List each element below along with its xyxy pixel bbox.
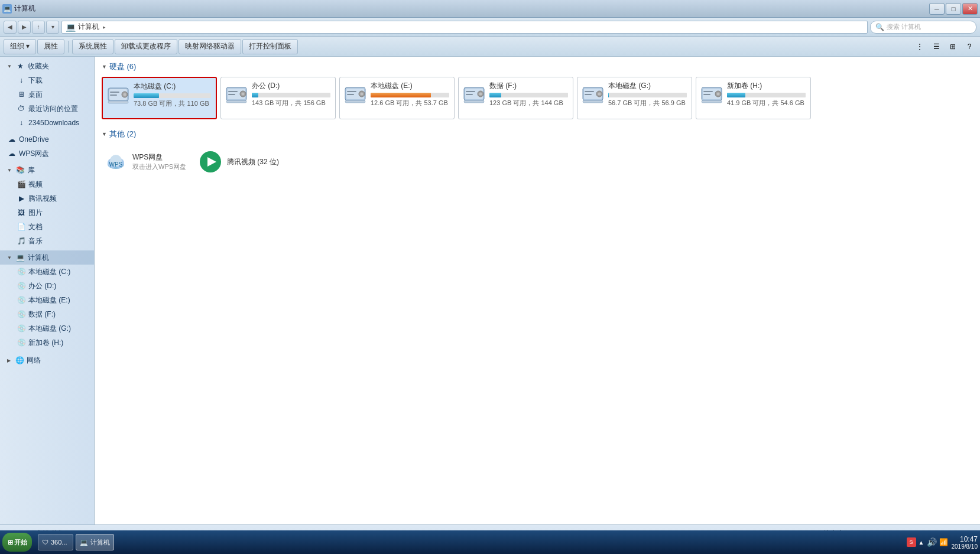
sidebar-drive-f[interactable]: 💿 数据 (F:) — [0, 307, 94, 321]
sidebar-item-network[interactable]: ▶ 🌐 网络 — [0, 353, 94, 367]
search-field[interactable]: 🔍 搜索 计算机 — [870, 21, 976, 34]
drive-top: 新加卷 (H:) 41.9 GB 可用，共 54.6 GB — [701, 81, 806, 107]
other-icon — [199, 150, 222, 174]
tencent-video-label: 腾讯视频 — [28, 194, 57, 204]
sidebar-item-video[interactable]: 🎬 视频 — [0, 177, 94, 191]
app-360-icon: 🛡 — [42, 539, 48, 546]
minimize-button[interactable]: ─ — [929, 3, 945, 15]
taskbar-app-computer[interactable]: 💻 计算机 — [76, 534, 114, 550]
svg-point-38 — [717, 92, 720, 95]
taskbar-app-360[interactable]: 🛡 360... — [38, 534, 73, 550]
view-grid-button[interactable]: ⊞ — [946, 40, 960, 53]
address-field[interactable]: 💻 计算机 ▸ — [61, 21, 868, 34]
forward-button[interactable]: ▶ — [18, 21, 31, 34]
pictures-label: 图片 — [28, 208, 43, 218]
sidebar-drive-h[interactable]: 💿 新加卷 (H:) — [0, 335, 94, 350]
recent-label: 最近访问的位置 — [28, 104, 78, 114]
sidebar-item-2345downloads[interactable]: ↓ 2345Downloads — [0, 116, 94, 130]
other-info: WPS网盘 双击进入WPS网盘 — [132, 152, 188, 171]
sidebar-item-documents[interactable]: 📄 文档 — [0, 220, 94, 234]
address-bar: ◀ ▶ ↑ ▾ 💻 计算机 ▸ 🔍 搜索 计算机 — [0, 18, 980, 37]
drive-name: 本地磁盘 (E:) — [371, 81, 449, 91]
sidebar-item-music[interactable]: 🎵 音乐 — [0, 234, 94, 248]
clock[interactable]: 10:47 2019/8/10 — [952, 535, 978, 550]
other-name: 腾讯视频 (32 位) — [227, 157, 283, 167]
control-panel-button[interactable]: 打开控制面板 — [242, 39, 298, 54]
drive-top: 办公 (D:) 143 GB 可用，共 156 GB — [226, 81, 330, 107]
section-triangle: ▼ — [102, 64, 107, 70]
documents-icon: 📄 — [17, 222, 26, 232]
other-item-0[interactable]: WPS WPS网盘 双击进入WPS网盘 — [102, 144, 190, 180]
view-list-button[interactable]: ☰ — [929, 40, 943, 53]
tray-up-arrow[interactable]: ▲ — [919, 539, 924, 546]
expand-icon: ▼ — [7, 64, 12, 69]
start-icon: ⊞ — [8, 539, 13, 546]
svg-rect-25 — [466, 91, 475, 92]
favorites-icon: ★ — [16, 61, 25, 71]
other-icon: WPS — [104, 150, 128, 174]
drive-e-label: 本地磁盘 (E:) — [28, 295, 70, 305]
sidebar-item-tencent-video[interactable]: ▶ 腾讯视频 — [0, 191, 94, 206]
sidebar-item-library[interactable]: ▼ 📚 库 — [0, 163, 94, 177]
map-drive-button[interactable]: 映射网络驱动器 — [179, 39, 241, 54]
taskbar-right: S ▲ 🔊 📶 10:47 2019/8/10 — [907, 535, 978, 550]
sidebar-drive-d[interactable]: 💿 办公 (D:) — [0, 279, 94, 293]
title-bar: 💻 计算机 ─ □ ✕ — [0, 0, 980, 18]
sidebar: ▼ ★ 收藏夹 ↓ 下载 🖥 桌面 ⏱ 最近访问的位置 ↓ 2345Downlo… — [0, 57, 95, 524]
window-title: 计算机 — [14, 4, 35, 14]
help-button[interactable]: ? — [962, 40, 976, 53]
documents-label: 文档 — [28, 222, 43, 232]
tray-icon-s[interactable]: S — [907, 537, 916, 547]
sidebar-item-desktop[interactable]: 🖥 桌面 — [0, 87, 94, 102]
system-properties-button[interactable]: 系统属性 — [72, 39, 113, 54]
drive-item-3[interactable]: 数据 (F:) 123 GB 可用，共 144 GB — [458, 77, 573, 119]
drive-f-icon: 💿 — [17, 309, 26, 319]
drive-info: 数据 (F:) 123 GB 可用，共 144 GB — [489, 81, 568, 107]
drive-item-1[interactable]: 办公 (D:) 143 GB 可用，共 156 GB — [220, 77, 336, 119]
up-button[interactable]: ↑ — [32, 21, 45, 34]
sidebar-item-computer[interactable]: ▼ 💻 计算机 — [0, 250, 94, 265]
computer-sidebar-icon: 💻 — [16, 253, 25, 262]
drive-g-icon: 💿 — [17, 324, 26, 333]
start-button[interactable]: ⊞ 开始 — [2, 533, 32, 552]
drive-bar — [608, 93, 609, 97]
svg-point-3 — [124, 93, 126, 96]
drive-item-2[interactable]: 本地磁盘 (E:) 12.6 GB 可用，共 53.7 GB — [339, 77, 455, 119]
sidebar-item-favorites[interactable]: ▼ ★ 收藏夹 — [0, 59, 94, 73]
drive-bar — [134, 93, 159, 98]
other-item-1[interactable]: 腾讯视频 (32 位) — [196, 144, 285, 180]
drive-bar-container — [608, 93, 687, 97]
svg-rect-34 — [583, 100, 603, 103]
sidebar-item-onedrive[interactable]: ☁ OneDrive — [0, 132, 94, 146]
system-tray: S ▲ 🔊 📶 — [907, 537, 948, 547]
back-button[interactable]: ◀ — [4, 21, 17, 34]
drive-item-5[interactable]: 新加卷 (H:) 41.9 GB 可用，共 54.6 GB — [696, 77, 811, 119]
sidebar-drive-g[interactable]: 💿 本地磁盘 (G:) — [0, 321, 94, 335]
svg-rect-33 — [585, 94, 592, 95]
main-layout: ▼ ★ 收藏夹 ↓ 下载 🖥 桌面 ⏱ 最近访问的位置 ↓ 2345Downlo… — [0, 57, 980, 524]
drive-name: 办公 (D:) — [252, 81, 330, 91]
drive-bar-container — [134, 93, 211, 98]
sidebar-item-recent[interactable]: ⏱ 最近访问的位置 — [0, 102, 94, 116]
expand-icon: ▶ — [7, 358, 11, 363]
maximize-button[interactable]: □ — [946, 3, 961, 15]
drive-item-4[interactable]: 本地磁盘 (G:) 56.7 GB 可用，共 56.9 GB — [577, 77, 692, 119]
recent-button[interactable]: ▾ — [46, 21, 59, 34]
svg-rect-32 — [585, 91, 594, 92]
drive-top: 本地磁盘 (E:) 12.6 GB 可用，共 53.7 GB — [345, 81, 449, 107]
sidebar-item-download[interactable]: ↓ 下载 — [0, 73, 94, 87]
drives-grid: 本地磁盘 (C:) 73.8 GB 可用，共 110 GB — [102, 77, 973, 119]
close-button[interactable]: ✕ — [962, 3, 978, 15]
sidebar-drive-e[interactable]: 💿 本地磁盘 (E:) — [0, 293, 94, 307]
view-extra-button[interactable]: ⋮ — [913, 40, 927, 53]
desktop-label: 桌面 — [28, 90, 43, 100]
sidebar-item-pictures[interactable]: 🖼 图片 — [0, 206, 94, 220]
sidebar-item-wps-cloud[interactable]: ☁ WPS网盘 — [0, 146, 94, 161]
uninstall-button[interactable]: 卸载或更改程序 — [115, 39, 177, 54]
drive-bar — [371, 93, 431, 97]
properties-button[interactable]: 属性 — [37, 39, 64, 54]
organize-button[interactable]: 组织 ▾ — [4, 39, 36, 54]
library-label: 库 — [28, 165, 35, 175]
drive-item-0[interactable]: 本地磁盘 (C:) 73.8 GB 可用，共 110 GB — [102, 77, 217, 119]
sidebar-drive-c[interactable]: 💿 本地磁盘 (C:) — [0, 265, 94, 279]
